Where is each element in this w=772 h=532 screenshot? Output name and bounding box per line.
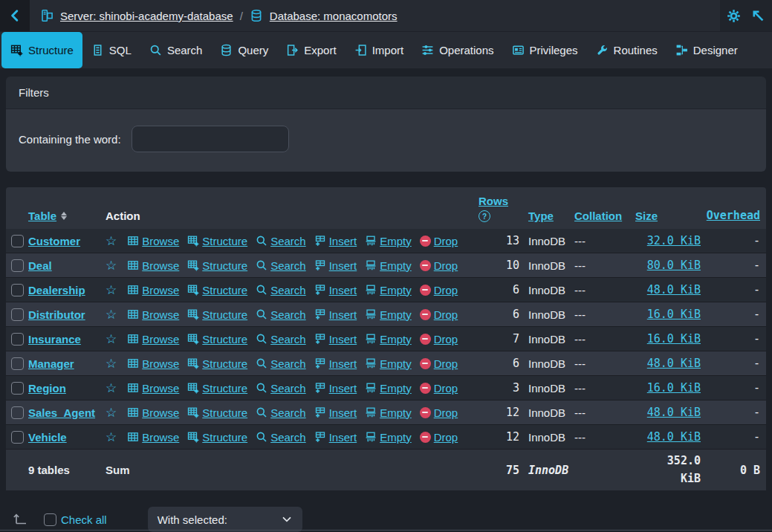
table-name-link[interactable]: Manager <box>28 357 74 370</box>
sort-by-overhead-link[interactable]: Overhead <box>707 209 760 222</box>
action-drop-link[interactable]: Drop <box>420 382 458 395</box>
row-checkbox[interactable] <box>11 382 24 395</box>
action-drop-link[interactable]: Drop <box>420 308 458 321</box>
row-checkbox[interactable] <box>11 284 24 296</box>
row-checkbox[interactable] <box>11 235 24 247</box>
favorite-star-icon[interactable]: ☆ <box>106 308 117 321</box>
action-structure-link[interactable]: Structure <box>187 308 247 321</box>
tab-privileges[interactable]: Privileges <box>503 32 587 68</box>
sort-by-collation-link[interactable]: Collation <box>574 210 622 222</box>
tab-search[interactable]: Search <box>140 32 212 68</box>
action-empty-link[interactable]: Empty <box>365 235 412 247</box>
table-name-link[interactable]: Distributor <box>28 308 85 321</box>
table-name-link[interactable]: Deal <box>28 259 52 272</box>
sort-by-type-link[interactable]: Type <box>528 210 554 222</box>
scroll-to-top-icon[interactable] <box>751 9 765 23</box>
row-size-link[interactable]: 16.0 KiB <box>647 381 701 395</box>
breadcrumb-server-link[interactable]: Server: shinobi-academy-database <box>60 10 233 22</box>
action-empty-link[interactable]: Empty <box>365 284 412 296</box>
action-empty-link[interactable]: Empty <box>365 431 412 444</box>
row-checkbox[interactable] <box>11 406 24 419</box>
breadcrumb-database-link[interactable]: Database: monacomotors <box>270 10 398 22</box>
table-name-link[interactable]: Sales_Agent <box>28 406 95 419</box>
action-insert-link[interactable]: Insert <box>314 235 357 247</box>
action-browse-link[interactable]: Browse <box>127 308 179 321</box>
sort-by-size-link[interactable]: Size <box>635 210 658 222</box>
favorite-star-icon[interactable]: ☆ <box>106 431 117 444</box>
favorite-star-icon[interactable]: ☆ <box>106 333 117 346</box>
action-search-link[interactable]: Search <box>256 431 306 444</box>
check-all-checkbox[interactable] <box>44 513 56 526</box>
favorite-star-icon[interactable]: ☆ <box>106 406 117 419</box>
action-insert-link[interactable]: Insert <box>314 382 357 395</box>
action-browse-link[interactable]: Browse <box>127 333 179 346</box>
favorite-star-icon[interactable]: ☆ <box>106 382 117 395</box>
row-checkbox[interactable] <box>11 357 24 370</box>
action-insert-link[interactable]: Insert <box>314 406 357 419</box>
table-name-link[interactable]: Vehicle <box>28 431 67 444</box>
check-all-label[interactable]: Check all <box>61 513 107 526</box>
row-size-link[interactable]: 48.0 KiB <box>647 357 701 370</box>
action-browse-link[interactable]: Browse <box>127 431 179 444</box>
action-drop-link[interactable]: Drop <box>420 431 458 444</box>
action-search-link[interactable]: Search <box>256 308 306 321</box>
action-drop-link[interactable]: Drop <box>420 357 458 370</box>
action-insert-link[interactable]: Insert <box>314 308 357 321</box>
action-browse-link[interactable]: Browse <box>127 406 179 419</box>
favorite-star-icon[interactable]: ☆ <box>106 284 117 296</box>
action-browse-link[interactable]: Browse <box>127 259 179 272</box>
action-empty-link[interactable]: Empty <box>365 259 412 272</box>
row-size-link[interactable]: 32.0 KiB <box>647 234 701 247</box>
action-structure-link[interactable]: Structure <box>187 357 247 370</box>
action-structure-link[interactable]: Structure <box>187 259 247 272</box>
action-insert-link[interactable]: Insert <box>314 357 357 370</box>
action-browse-link[interactable]: Browse <box>127 382 179 395</box>
tab-import[interactable]: Import <box>346 32 413 68</box>
action-insert-link[interactable]: Insert <box>314 431 357 444</box>
action-empty-link[interactable]: Empty <box>365 308 412 321</box>
action-structure-link[interactable]: Structure <box>187 284 247 296</box>
tab-operations[interactable]: Operations <box>412 32 502 68</box>
favorite-star-icon[interactable]: ☆ <box>106 259 117 272</box>
action-empty-link[interactable]: Empty <box>365 333 412 346</box>
row-checkbox[interactable] <box>11 333 24 346</box>
tab-query[interactable]: Query <box>211 32 277 68</box>
row-size-link[interactable]: 48.0 KiB <box>647 406 701 419</box>
row-size-link[interactable]: 16.0 KiB <box>647 332 701 346</box>
row-size-link[interactable]: 16.0 KiB <box>647 308 701 321</box>
table-name-link[interactable]: Insurance <box>28 333 81 346</box>
action-structure-link[interactable]: Structure <box>187 406 247 419</box>
action-search-link[interactable]: Search <box>256 333 306 346</box>
action-drop-link[interactable]: Drop <box>420 235 458 247</box>
action-structure-link[interactable]: Structure <box>187 235 247 247</box>
row-checkbox[interactable] <box>11 308 24 321</box>
action-browse-link[interactable]: Browse <box>127 284 179 296</box>
action-browse-link[interactable]: Browse <box>127 235 179 247</box>
sort-by-rows-link[interactable]: Rows <box>479 195 508 207</box>
table-name-link[interactable]: Region <box>28 382 66 395</box>
with-selected-dropdown[interactable]: With selected: <box>148 507 302 532</box>
row-checkbox[interactable] <box>11 259 24 272</box>
action-drop-link[interactable]: Drop <box>420 333 458 346</box>
table-name-link[interactable]: Dealership <box>28 284 85 296</box>
favorite-star-icon[interactable]: ☆ <box>106 235 117 247</box>
row-size-link[interactable]: 48.0 KiB <box>647 283 701 296</box>
action-search-link[interactable]: Search <box>256 259 306 272</box>
favorite-star-icon[interactable]: ☆ <box>106 357 117 370</box>
row-size-link[interactable]: 80.0 KiB <box>647 259 701 272</box>
action-search-link[interactable]: Search <box>256 382 306 395</box>
tab-export[interactable]: Export <box>277 32 345 68</box>
sort-by-table-link[interactable]: Table <box>28 210 56 222</box>
action-structure-link[interactable]: Structure <box>187 333 247 346</box>
tab-structure[interactable]: Structure <box>1 32 82 68</box>
containing-word-input[interactable] <box>132 126 289 152</box>
row-size-link[interactable]: 48.0 KiB <box>647 430 701 444</box>
action-insert-link[interactable]: Insert <box>314 333 357 346</box>
tab-sql[interactable]: SQL <box>82 32 140 68</box>
action-search-link[interactable]: Search <box>256 235 306 247</box>
action-drop-link[interactable]: Drop <box>420 259 458 272</box>
action-drop-link[interactable]: Drop <box>420 406 458 419</box>
action-drop-link[interactable]: Drop <box>420 284 458 296</box>
action-empty-link[interactable]: Empty <box>365 382 412 395</box>
rows-help-icon[interactable]: ? <box>479 210 490 222</box>
